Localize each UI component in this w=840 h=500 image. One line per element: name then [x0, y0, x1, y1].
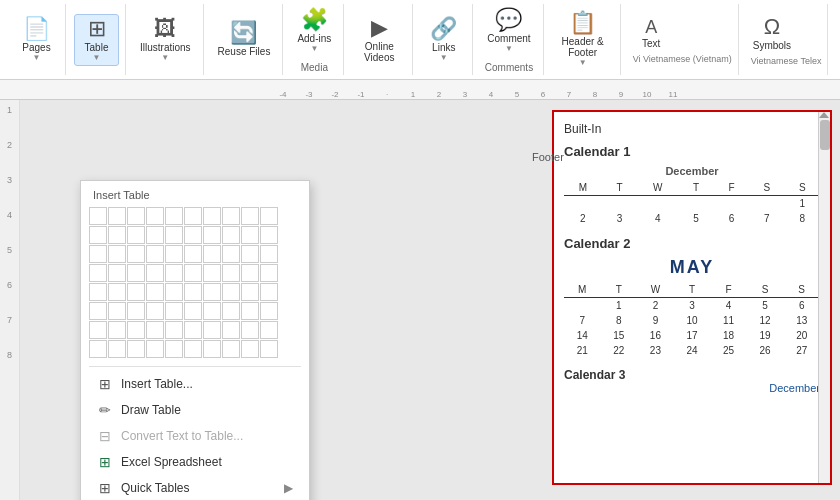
table-insert-grid[interactable] [89, 207, 301, 358]
grid-cell[interactable] [222, 207, 240, 225]
calendar2-title[interactable]: Calendar 2 [564, 236, 820, 251]
insert-table-item[interactable]: ⊞ Insert Table... [89, 371, 301, 397]
scrollbar-up-arrow[interactable] [819, 112, 829, 118]
grid-cell[interactable] [260, 283, 278, 301]
grid-cell[interactable] [222, 283, 240, 301]
grid-cell[interactable] [222, 340, 240, 358]
grid-cell[interactable] [241, 302, 259, 320]
grid-cell[interactable] [127, 245, 145, 263]
grid-cell[interactable] [222, 264, 240, 282]
grid-cell[interactable] [127, 264, 145, 282]
grid-cell[interactable] [127, 321, 145, 339]
symbols-button[interactable]: Ω Symbols [747, 13, 797, 54]
header-footer-button[interactable]: 📋 Header & Footer ▼ [552, 9, 614, 70]
quick-tables-item[interactable]: ⊞ Quick Tables ▶ [89, 475, 301, 500]
grid-cell[interactable] [108, 245, 126, 263]
links-button[interactable]: 🔗 Links ▼ [421, 15, 466, 65]
calendar1-title[interactable]: Calendar 1 [564, 144, 820, 159]
grid-cell[interactable] [165, 283, 183, 301]
grid-cell[interactable] [108, 321, 126, 339]
grid-cell[interactable] [89, 321, 107, 339]
grid-cell[interactable] [241, 245, 259, 263]
grid-cell[interactable] [89, 226, 107, 244]
grid-cell[interactable] [184, 207, 202, 225]
grid-cell[interactable] [184, 245, 202, 263]
grid-cell[interactable] [222, 245, 240, 263]
grid-cell[interactable] [165, 340, 183, 358]
grid-cell[interactable] [241, 264, 259, 282]
grid-cell[interactable] [203, 207, 221, 225]
online-videos-button[interactable]: ▶ Online Videos [352, 14, 406, 66]
grid-cell[interactable] [165, 264, 183, 282]
calendar3-title[interactable]: Calendar 3 [564, 368, 820, 382]
grid-cell[interactable] [127, 340, 145, 358]
grid-cell[interactable] [184, 283, 202, 301]
grid-cell[interactable] [89, 264, 107, 282]
december-link[interactable]: December [564, 382, 820, 394]
grid-cell[interactable] [260, 264, 278, 282]
grid-cell[interactable] [89, 245, 107, 263]
grid-cell[interactable] [108, 226, 126, 244]
illustrations-button[interactable]: 🖼 Illustrations ▼ [134, 15, 197, 65]
grid-cell[interactable] [146, 283, 164, 301]
grid-cell[interactable] [165, 226, 183, 244]
comment-button[interactable]: 💬 Comment ▼ [481, 6, 536, 56]
grid-cell[interactable] [260, 340, 278, 358]
grid-cell[interactable] [146, 245, 164, 263]
grid-cell[interactable] [165, 245, 183, 263]
grid-cell[interactable] [203, 302, 221, 320]
text-button[interactable]: A Text [629, 15, 674, 52]
grid-cell[interactable] [184, 321, 202, 339]
grid-cell[interactable] [260, 226, 278, 244]
grid-cell[interactable] [146, 264, 164, 282]
grid-cell[interactable] [127, 283, 145, 301]
grid-cell[interactable] [146, 207, 164, 225]
grid-cell[interactable] [127, 207, 145, 225]
grid-cell[interactable] [89, 302, 107, 320]
addins-button[interactable]: 🧩 Add-ins ▼ [291, 6, 337, 56]
grid-cell[interactable] [241, 207, 259, 225]
grid-cell[interactable] [260, 207, 278, 225]
grid-cell[interactable] [222, 302, 240, 320]
grid-cell[interactable] [89, 283, 107, 301]
grid-cell[interactable] [165, 207, 183, 225]
grid-cell[interactable] [260, 302, 278, 320]
grid-cell[interactable] [203, 264, 221, 282]
scrollbar-thumb[interactable] [820, 120, 830, 150]
grid-cell[interactable] [203, 283, 221, 301]
grid-cell[interactable] [184, 340, 202, 358]
grid-cell[interactable] [108, 264, 126, 282]
grid-cell[interactable] [184, 264, 202, 282]
grid-cell[interactable] [203, 226, 221, 244]
grid-cell[interactable] [184, 226, 202, 244]
grid-cell[interactable] [89, 340, 107, 358]
grid-cell[interactable] [108, 340, 126, 358]
grid-cell[interactable] [241, 340, 259, 358]
grid-cell[interactable] [108, 207, 126, 225]
grid-cell[interactable] [108, 302, 126, 320]
grid-cell[interactable] [203, 321, 221, 339]
grid-cell[interactable] [241, 226, 259, 244]
grid-cell[interactable] [241, 283, 259, 301]
table-button[interactable]: ⊞ Table ▼ [74, 14, 119, 66]
draw-table-item[interactable]: ✏ Draw Table [89, 397, 301, 423]
grid-cell[interactable] [222, 321, 240, 339]
reuse-files-button[interactable]: 🔄 Reuse Files [212, 19, 277, 60]
grid-cell[interactable] [146, 340, 164, 358]
grid-cell[interactable] [260, 245, 278, 263]
grid-cell[interactable] [146, 302, 164, 320]
grid-cell[interactable] [127, 226, 145, 244]
grid-cell[interactable] [260, 321, 278, 339]
grid-cell[interactable] [203, 245, 221, 263]
grid-cell[interactable] [146, 321, 164, 339]
grid-cell[interactable] [127, 302, 145, 320]
grid-cell[interactable] [165, 302, 183, 320]
grid-cell[interactable] [165, 321, 183, 339]
pages-button[interactable]: 📄 Pages ▼ [14, 15, 59, 65]
grid-cell[interactable] [222, 226, 240, 244]
excel-spreadsheet-item[interactable]: ⊞ Excel Spreadsheet [89, 449, 301, 475]
grid-cell[interactable] [108, 283, 126, 301]
scrollbar-track[interactable] [818, 112, 830, 485]
grid-cell[interactable] [203, 340, 221, 358]
grid-cell[interactable] [241, 321, 259, 339]
